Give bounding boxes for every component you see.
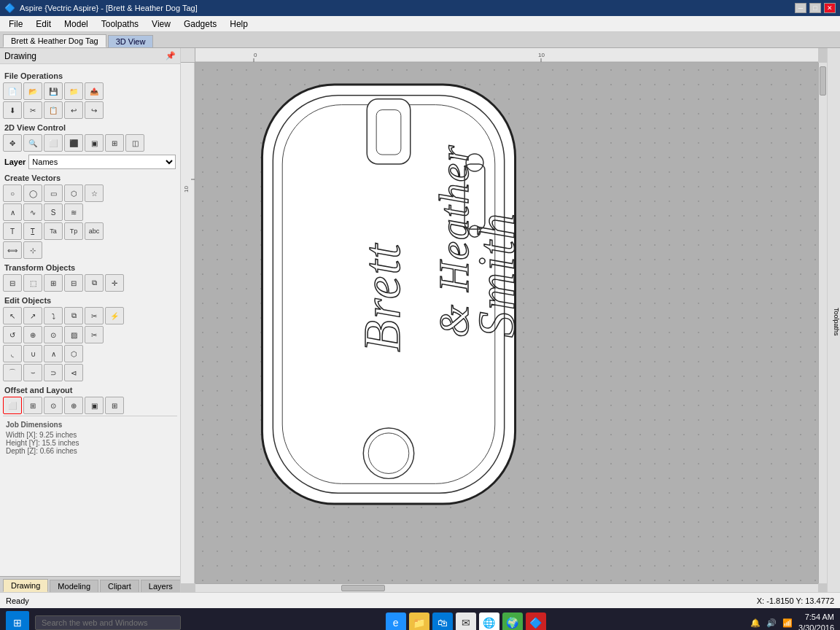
decorative-text-button[interactable]: abc	[85, 222, 104, 240]
node2-button[interactable]: ∪	[23, 345, 42, 362]
transform-objects-button[interactable]: ⧉	[64, 307, 83, 324]
rotate-button[interactable]: ↺	[3, 326, 22, 343]
subtract-button[interactable]: ⊟	[64, 274, 83, 292]
zoom-selected-button[interactable]: ⬛	[64, 134, 83, 152]
canvas-area[interactable]: 0 10 10	[181, 48, 827, 592]
minimize-button[interactable]: ─	[795, 3, 806, 13]
tab-3d-view[interactable]: 3D View	[108, 35, 154, 47]
wave-tool-button[interactable]: ≋	[64, 203, 83, 221]
scissors-button[interactable]: ✂	[85, 326, 104, 343]
open-folder-button[interactable]: 📁	[64, 82, 83, 100]
menu-view[interactable]: View	[146, 18, 176, 31]
spiro-tool-button[interactable]: S	[44, 203, 63, 221]
arc2-button[interactable]: ⌣	[23, 364, 42, 381]
browser2-icon[interactable]: 🌍	[502, 612, 523, 630]
layout1-button[interactable]: ▣	[85, 397, 104, 414]
node-edit-button[interactable]: ↗	[23, 307, 42, 324]
chrome-icon[interactable]: 🌐	[479, 612, 499, 630]
copy-button[interactable]: 📋	[44, 101, 63, 119]
menu-help[interactable]: Help	[224, 18, 254, 31]
hatch-button[interactable]: ▨	[64, 326, 83, 343]
toolpaths-sidebar[interactable]: Toolpaths	[827, 48, 840, 592]
layout2-button[interactable]: ⊞	[105, 397, 124, 414]
snap-button[interactable]: ⊙	[44, 326, 63, 343]
polygon-tool-button[interactable]: ⬡	[64, 184, 83, 202]
store-icon[interactable]: 🛍	[432, 612, 453, 630]
arc4-button[interactable]: ⊲	[64, 364, 83, 381]
tab-drawing-view[interactable]: Brett & Heather Dog Tag	[3, 34, 106, 47]
scrollbar-vertical[interactable]	[818, 63, 827, 583]
menu-toolpaths[interactable]: Toolpaths	[96, 18, 144, 31]
network-icon[interactable]: 📶	[782, 618, 793, 628]
tab-modeling[interactable]: Modeling	[50, 580, 98, 592]
canvas-content[interactable]: Brett & Heather Smith	[195, 63, 818, 583]
zoom-box-button[interactable]: ⬜	[44, 134, 63, 152]
tab-drawing[interactable]: Drawing	[3, 579, 48, 592]
smart-edit-button[interactable]: ⤵	[44, 307, 63, 324]
arc1-button[interactable]: ⌒	[3, 364, 22, 381]
nest-button[interactable]: ⊙	[44, 397, 63, 414]
import-button[interactable]: ⬇	[3, 101, 22, 119]
zoom-button[interactable]: 🔍	[23, 134, 42, 152]
offset-button[interactable]: ⬜	[3, 397, 22, 414]
dimension-tool-button[interactable]: ⟺	[3, 241, 22, 259]
menu-file[interactable]: File	[3, 18, 28, 31]
title-bar-controls[interactable]: ─ □ ✕	[795, 3, 836, 13]
menu-edit[interactable]: Edit	[30, 18, 57, 31]
explorer-icon[interactable]: 📁	[409, 612, 429, 630]
group-button[interactable]: ⬚	[23, 274, 42, 292]
menu-gadgets[interactable]: Gadgets	[178, 18, 222, 31]
cut-button[interactable]: ✂	[23, 101, 42, 119]
start-button[interactable]: ⊞	[6, 611, 29, 630]
view-all-button[interactable]: ◫	[125, 134, 144, 152]
scrollbar-horizontal[interactable]	[195, 583, 818, 592]
tab-clipart[interactable]: Clipart	[100, 580, 139, 592]
scroll-thumb-vertical[interactable]	[820, 66, 826, 96]
open-file-button[interactable]: 📂	[23, 82, 42, 100]
star-tool-button[interactable]: ☆	[85, 184, 104, 202]
notification-icon[interactable]: 🔔	[750, 618, 761, 628]
arc3-button[interactable]: ⊃	[44, 364, 63, 381]
polyline-tool-button[interactable]: ∧	[3, 203, 22, 221]
panel-pin-icon[interactable]: 📌	[166, 51, 176, 61]
tab-layers[interactable]: Layers	[141, 580, 181, 592]
zoom-all-button[interactable]: ⊞	[105, 134, 124, 152]
move-button[interactable]: ✛	[105, 274, 124, 292]
text-tool-button[interactable]: T	[3, 222, 22, 240]
text-path-button[interactable]: Tp	[64, 222, 83, 240]
edit-point-button[interactable]: ⊹	[23, 241, 42, 259]
export-button[interactable]: 📤	[85, 82, 104, 100]
layer-select[interactable]: Names	[28, 155, 176, 169]
save-file-button[interactable]: 💾	[44, 82, 63, 100]
rectangle-tool-button[interactable]: ▭	[44, 184, 63, 202]
knife-button[interactable]: ✂	[85, 307, 104, 324]
array-button[interactable]: ⊞	[23, 397, 42, 414]
taskbar-search-input[interactable]	[35, 615, 181, 630]
text-arc-button[interactable]: Ta	[44, 222, 63, 240]
scroll-thumb-horizontal[interactable]	[341, 585, 385, 591]
node1-button[interactable]: ◟	[3, 345, 22, 362]
volume-icon[interactable]: 🔊	[766, 618, 777, 628]
app-icon[interactable]: 🔷	[526, 612, 546, 630]
select-tool-button[interactable]: ↖	[3, 307, 22, 324]
undo-button[interactable]: ↩	[64, 101, 83, 119]
magic-wand-button[interactable]: ⚡	[105, 307, 124, 324]
align-button[interactable]: ⊟	[3, 274, 22, 292]
weld-button[interactable]: ⊞	[44, 274, 63, 292]
new-file-button[interactable]: 📄	[3, 82, 22, 100]
node4-button[interactable]: ⬡	[64, 345, 83, 362]
close-button[interactable]: ✕	[824, 3, 836, 13]
pan-button[interactable]: ✥	[3, 134, 22, 152]
menu-model[interactable]: Model	[58, 18, 94, 31]
maximize-button[interactable]: □	[809, 3, 821, 13]
text-outline-button[interactable]: T̲	[23, 222, 42, 240]
mirror-button[interactable]: ⊕	[23, 326, 42, 343]
zoom-fit-button[interactable]: ▣	[85, 134, 104, 152]
node3-button[interactable]: ∧	[44, 345, 63, 362]
distort-button[interactable]: ⧉	[85, 274, 104, 292]
redo-button[interactable]: ↪	[85, 101, 104, 119]
circle-tool-button[interactable]: ○	[3, 184, 22, 202]
bezier-tool-button[interactable]: ∿	[23, 203, 42, 221]
dogbone-button[interactable]: ⊕	[64, 397, 83, 414]
mail-icon[interactable]: ✉	[456, 612, 476, 630]
